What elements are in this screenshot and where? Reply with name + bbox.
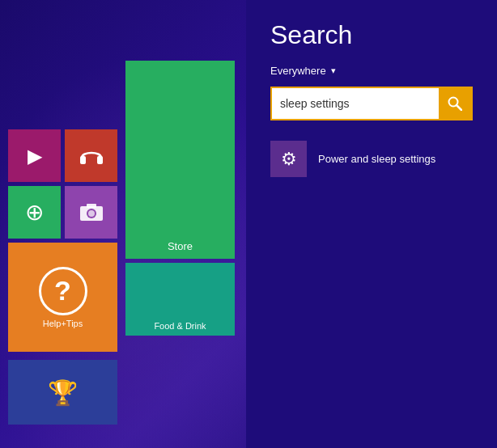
search-scope-label: Everywhere: [270, 65, 326, 77]
help-circle: ?: [39, 267, 87, 315]
search-box: [270, 87, 473, 120]
video-icon: ▶: [28, 145, 42, 167]
result-icon-power: ⚙: [270, 141, 307, 177]
tile-store-label: Store: [168, 240, 193, 252]
tile-food[interactable]: Food & Drink: [125, 263, 235, 336]
tile-help[interactable]: ? Help+Tips: [8, 243, 117, 352]
gear-icon: ⚙: [281, 149, 297, 170]
search-result-item[interactable]: ⚙ Power and sleep settings: [270, 141, 473, 177]
search-input[interactable]: [272, 88, 439, 119]
svg-point-4: [88, 210, 95, 217]
tile-headphones[interactable]: [65, 129, 117, 182]
svg-line-7: [457, 105, 461, 110]
search-panel: Search Everywhere ▾ ⚙ Power and sleep se…: [246, 0, 497, 448]
svg-rect-0: [80, 156, 86, 164]
search-button[interactable]: [439, 88, 471, 119]
camera-icon: [79, 201, 104, 224]
trophy-icon: 🏆: [48, 378, 78, 407]
tile-video[interactable]: ▶: [8, 129, 61, 182]
headphones-icon: [79, 143, 104, 169]
xbox-icon: ⊕: [25, 199, 44, 226]
result-text-light: sleep settings: [372, 153, 436, 165]
tile-food-label: Food & Drink: [154, 321, 206, 331]
svg-rect-1: [97, 156, 103, 164]
svg-rect-5: [87, 204, 96, 208]
result-text-power: Power and sleep settings: [318, 153, 435, 165]
search-title: Search: [270, 20, 473, 50]
search-scope-dropdown[interactable]: Everywhere ▾: [270, 65, 473, 77]
tile-camera[interactable]: [65, 186, 117, 239]
help-question-icon: ?: [54, 275, 71, 306]
search-icon: [448, 96, 462, 111]
tiles-area: ▶ ⊕: [0, 0, 223, 448]
result-text-bold: Power and: [318, 153, 372, 165]
tile-store[interactable]: Store: [125, 61, 235, 259]
tile-xbox[interactable]: ⊕: [8, 186, 61, 239]
tile-help-label: Help+Tips: [43, 319, 83, 328]
chevron-down-icon: ▾: [331, 66, 336, 76]
tile-trophy[interactable]: 🏆: [8, 360, 117, 425]
